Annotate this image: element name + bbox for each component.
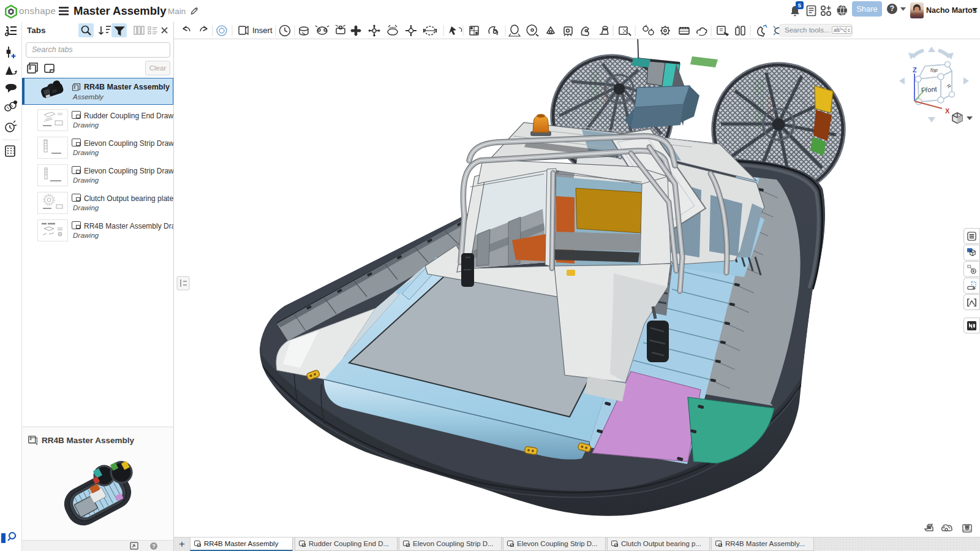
svg-text:X: X [945,107,950,115]
svg-text:Front: Front [921,85,937,94]
svg-text:Z: Z [913,66,917,74]
svg-text:?: ? [152,543,156,549]
